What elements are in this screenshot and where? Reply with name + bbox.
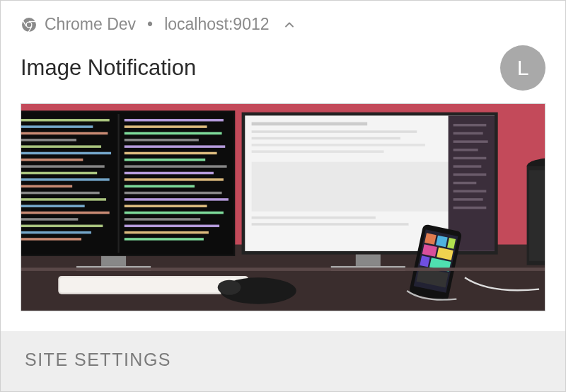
- svg-rect-17: [21, 165, 105, 168]
- svg-rect-37: [125, 165, 227, 168]
- svg-rect-68: [454, 173, 487, 176]
- svg-rect-35: [125, 152, 217, 155]
- svg-rect-11: [21, 125, 93, 128]
- svg-rect-72: [454, 207, 487, 209]
- svg-rect-22: [21, 198, 106, 201]
- svg-rect-7: [529, 170, 545, 260]
- svg-rect-36: [125, 158, 205, 161]
- notification-image-container: [1, 103, 565, 331]
- svg-rect-21: [21, 192, 100, 195]
- title-row: Image Notification L: [1, 38, 565, 103]
- svg-rect-23: [21, 204, 85, 207]
- svg-rect-44: [125, 212, 224, 214]
- svg-rect-71: [454, 198, 483, 201]
- svg-rect-31: [125, 125, 207, 128]
- svg-rect-33: [125, 139, 199, 142]
- svg-rect-34: [125, 145, 225, 148]
- separator-dot: •: [147, 15, 153, 34]
- svg-rect-12: [21, 132, 108, 135]
- svg-rect-48: [125, 238, 204, 241]
- svg-rect-13: [21, 139, 76, 142]
- svg-rect-19: [21, 178, 110, 181]
- svg-rect-14: [21, 145, 101, 148]
- svg-rect-73: [356, 255, 381, 266]
- svg-rect-43: [125, 204, 207, 207]
- svg-rect-67: [454, 165, 482, 168]
- svg-rect-78: [436, 236, 448, 248]
- svg-rect-57: [252, 150, 384, 153]
- svg-rect-40: [125, 185, 195, 188]
- notification-image: [21, 103, 545, 311]
- svg-rect-89: [21, 267, 545, 271]
- avatar-letter: L: [517, 56, 529, 80]
- notification-title: Image Notification: [21, 55, 196, 81]
- svg-rect-59: [252, 217, 376, 219]
- svg-rect-28: [21, 238, 81, 241]
- svg-rect-39: [125, 178, 224, 181]
- svg-point-88: [218, 280, 241, 295]
- site-settings-button[interactable]: SITE SETTINGS: [1, 331, 565, 391]
- app-name-label: Chrome Dev: [45, 15, 136, 34]
- chrome-icon: [21, 16, 37, 33]
- svg-rect-53: [252, 122, 368, 126]
- svg-rect-10: [21, 119, 110, 122]
- svg-rect-41: [125, 192, 222, 195]
- site-settings-label: SITE SETTINGS: [25, 350, 171, 369]
- svg-rect-69: [454, 182, 477, 185]
- svg-rect-24: [21, 212, 110, 214]
- svg-rect-64: [454, 140, 488, 143]
- notification-card: Chrome Dev • localhost:9012 Image Notifi…: [0, 0, 566, 392]
- svg-rect-42: [125, 198, 229, 201]
- svg-rect-46: [125, 225, 219, 228]
- svg-rect-58: [252, 162, 467, 212]
- svg-rect-54: [252, 130, 417, 133]
- chevron-up-icon: [282, 18, 296, 32]
- svg-rect-30: [125, 119, 224, 122]
- svg-rect-62: [454, 124, 487, 127]
- svg-rect-56: [252, 144, 425, 146]
- svg-rect-55: [252, 137, 400, 140]
- svg-rect-47: [125, 231, 209, 234]
- svg-rect-49: [101, 256, 126, 266]
- svg-point-2: [27, 22, 31, 26]
- svg-rect-63: [454, 132, 483, 135]
- svg-rect-65: [454, 149, 478, 151]
- svg-rect-45: [125, 218, 200, 221]
- svg-rect-20: [21, 185, 72, 188]
- svg-rect-70: [454, 190, 487, 192]
- svg-rect-27: [21, 231, 91, 234]
- svg-rect-16: [21, 158, 83, 161]
- svg-rect-38: [125, 172, 214, 175]
- svg-rect-26: [21, 225, 103, 228]
- svg-rect-66: [454, 157, 487, 160]
- svg-rect-29: [117, 114, 119, 253]
- svg-rect-77: [424, 233, 437, 245]
- hero-image-svg: [21, 104, 545, 311]
- notification-header[interactable]: Chrome Dev • localhost:9012: [1, 1, 565, 38]
- svg-rect-18: [21, 172, 97, 175]
- svg-rect-32: [125, 132, 222, 135]
- svg-rect-60: [252, 223, 409, 226]
- origin-label: localhost:9012: [164, 15, 269, 34]
- svg-rect-15: [21, 152, 111, 155]
- svg-rect-25: [21, 218, 78, 221]
- avatar: L: [500, 45, 545, 91]
